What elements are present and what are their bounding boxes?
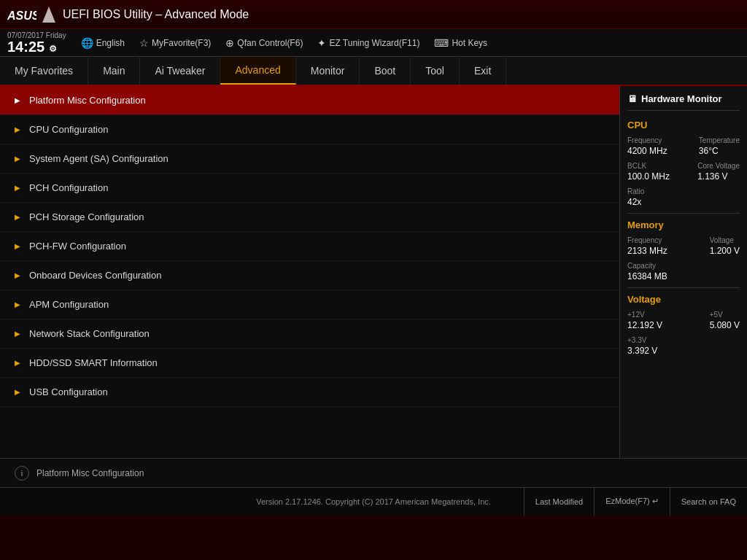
eztuning-icon: ✦ [317, 37, 326, 49]
arrow-icon: ▶ [15, 155, 20, 163]
nav-aitweaker[interactable]: Ai Tweaker [140, 57, 220, 85]
volt-33-col: +3.3V 3.392 V [627, 336, 657, 356]
cpu-ratio-label: Ratio [627, 187, 644, 195]
qfan-icon: ⊕ [225, 37, 234, 49]
monitor-icon: 🖥 [627, 93, 637, 104]
volt-33-label: +3.3V [627, 336, 657, 344]
mem-capacity-value: 16384 MB [627, 271, 667, 281]
arrow-icon: ▶ [15, 330, 20, 338]
mem-volt-col: Voltage 1.200 V [710, 236, 740, 256]
volt-12-5-row: +12V 12.192 V +5V 5.080 V [627, 311, 740, 330]
bios-title: UEFI BIOS Utility – Advanced Mode [63, 8, 249, 21]
menu-item-apm[interactable]: ▶ APM Configuration [0, 290, 619, 319]
menu-item-usb[interactable]: ▶ USB Configuration [0, 378, 619, 407]
cpu-freq-label: Frequency [627, 136, 667, 144]
nav-main[interactable]: Main [88, 57, 140, 85]
memory-section-title: Memory [627, 219, 740, 230]
arrow-icon: ▶ [15, 242, 20, 250]
arrow-icon: ▶ [15, 271, 20, 279]
footer-links: Last Modified EzMode(F7) ↵ Search on FAQ [524, 488, 747, 516]
toolbar-myfavorite[interactable]: ☆ MyFavorite(F3) [139, 37, 211, 49]
volt-12-col: +12V 12.192 V [627, 311, 662, 330]
time-display: 14:25 ⚙ [7, 39, 57, 54]
mem-capacity-label: Capacity [627, 262, 667, 270]
menu-item-network-stack[interactable]: ▶ Network Stack Configuration [0, 319, 619, 349]
cpu-bclk-col: BCLK 100.0 MHz [627, 162, 670, 182]
arrow-icon: ▶ [15, 96, 20, 104]
mem-capacity-row: Capacity 16384 MB [627, 262, 740, 281]
footer-ez-mode[interactable]: EzMode(F7) ↵ [594, 488, 670, 516]
language-icon: 🌐 [81, 37, 93, 49]
footer-last-modified[interactable]: Last Modified [524, 488, 594, 516]
cpu-bclk-value: 100.0 MHz [627, 171, 670, 182]
nav-boot[interactable]: Boot [360, 57, 411, 85]
header: ASUS UEFI BIOS Utility – Advanced Mode [0, 0, 747, 29]
datetime: 07/07/2017 Friday 14:25 ⚙ [7, 31, 66, 54]
cpu-freq-temp-row: Frequency 4200 MHz Temperature 36°C [627, 136, 740, 156]
menu-item-system-agent[interactable]: ▶ System Agent (SA) Configuration [0, 144, 619, 174]
toolbar-language[interactable]: 🌐 English [81, 37, 125, 49]
toolbar-qfan[interactable]: ⊕ Qfan Control(F6) [225, 37, 303, 49]
info-icon: i [15, 466, 29, 481]
arrow-icon: ▶ [15, 125, 20, 133]
volt-12-value: 12.192 V [627, 320, 662, 330]
nav-favorites[interactable]: My Favorites [0, 57, 88, 85]
main-layout: ▶ Platform Misc Configuration ▶ CPU Conf… [0, 86, 747, 458]
arrow-icon: ▶ [15, 300, 20, 308]
nav-advanced[interactable]: Advanced [220, 57, 295, 85]
footer-copyright: Version 2.17.1246. Copyright (C) 2017 Am… [256, 497, 491, 506]
status-bar: i Platform Misc Configuration [0, 458, 747, 487]
arrow-icon: ▶ [15, 184, 20, 192]
nav-tool[interactable]: Tool [411, 57, 460, 85]
arrow-icon: ▶ [15, 388, 20, 396]
cpu-temp-label: Temperature [699, 136, 740, 144]
settings-icon[interactable]: ⚙ [49, 44, 57, 54]
footer: Version 2.17.1246. Copyright (C) 2017 Am… [0, 487, 747, 515]
cpu-temp-value: 36°C [699, 146, 740, 156]
left-panel: ▶ Platform Misc Configuration ▶ CPU Conf… [0, 86, 619, 458]
nav-exit[interactable]: Exit [460, 57, 506, 85]
menu-item-pch-fw[interactable]: ▶ PCH-FW Configuration [0, 232, 619, 261]
voltage-section-title: Voltage [627, 294, 740, 305]
hardware-monitor-panel: 🖥 Hardware Monitor CPU Frequency 4200 MH… [619, 86, 747, 458]
volt-5-value: 5.080 V [710, 320, 740, 330]
mem-capacity-col: Capacity 16384 MB [627, 262, 667, 281]
cpu-corevolt-label: Core Voltage [697, 162, 740, 170]
menu-item-pch-storage[interactable]: ▶ PCH Storage Configuration [0, 203, 619, 232]
arrow-icon: ▶ [15, 359, 20, 367]
mem-volt-value: 1.200 V [710, 246, 740, 256]
svg-marker-1 [42, 7, 55, 23]
volt-12-label: +12V [627, 311, 662, 319]
hw-monitor-title: 🖥 Hardware Monitor [627, 93, 740, 111]
divider-memory-voltage [627, 287, 740, 288]
asus-logo: ASUS [7, 7, 55, 23]
svg-text:ASUS: ASUS [7, 9, 36, 22]
volt-5-label: +5V [710, 311, 740, 319]
cpu-bclk-label: BCLK [627, 162, 670, 170]
menu-item-onboard-devices[interactable]: ▶ Onboard Devices Configuration [0, 261, 619, 290]
cpu-section-title: CPU [627, 120, 740, 131]
hotkeys-icon: ⌨ [434, 37, 449, 49]
footer-search-faq[interactable]: Search on FAQ [670, 488, 747, 516]
menu-item-pch-config[interactable]: ▶ PCH Configuration [0, 174, 619, 203]
cpu-freq-value: 4200 MHz [627, 146, 667, 156]
nav-bar: My Favorites Main Ai Tweaker Advanced Mo… [0, 57, 747, 86]
menu-item-hdd-smart[interactable]: ▶ HDD/SSD SMART Information [0, 349, 619, 378]
cpu-corevolt-col: Core Voltage 1.136 V [697, 162, 740, 182]
toolbar-eztuning[interactable]: ✦ EZ Tuning Wizard(F11) [317, 37, 419, 49]
cpu-temp-col: Temperature 36°C [699, 136, 740, 156]
menu-item-platform-misc[interactable]: ▶ Platform Misc Configuration [0, 86, 619, 115]
cpu-corevolt-value: 1.136 V [697, 171, 740, 182]
status-description: Platform Misc Configuration [36, 468, 144, 478]
volt-33-value: 3.392 V [627, 346, 657, 356]
mem-freq-value: 2133 MHz [627, 246, 667, 256]
mem-freq-volt-row: Frequency 2133 MHz Voltage 1.200 V [627, 236, 740, 256]
nav-monitor[interactable]: Monitor [296, 57, 360, 85]
cpu-ratio-col: Ratio 42x [627, 187, 644, 207]
volt-33-row: +3.3V 3.392 V [627, 336, 740, 356]
volt-5-col: +5V 5.080 V [710, 311, 740, 330]
toolbar-hotkeys[interactable]: ⌨ Hot Keys [434, 37, 487, 49]
toolbar: 07/07/2017 Friday 14:25 ⚙ 🌐 English ☆ My… [0, 29, 747, 57]
menu-item-cpu-config[interactable]: ▶ CPU Configuration [0, 115, 619, 144]
arrow-icon: ▶ [15, 213, 20, 221]
